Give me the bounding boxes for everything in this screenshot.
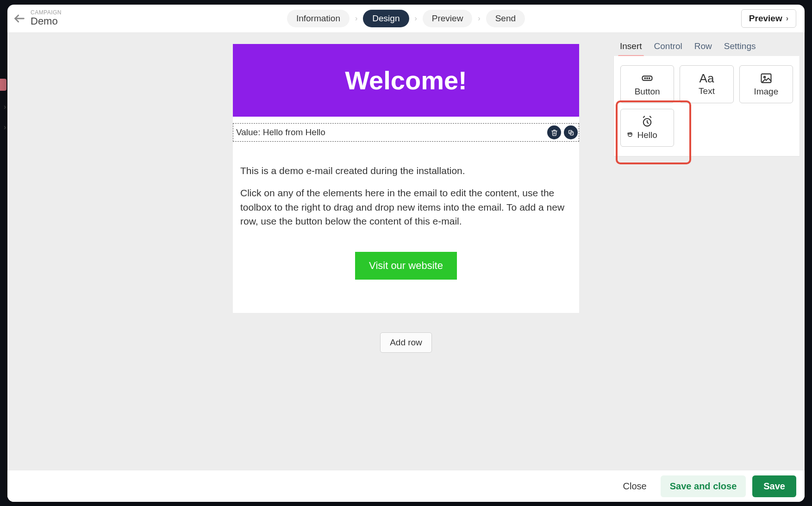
canvas-inner: Welcome! Value: Hello from Hello: [123, 44, 689, 372]
step-information[interactable]: Information: [287, 10, 350, 27]
add-row-button[interactable]: Add row: [380, 332, 432, 353]
email-hero-title: Welcome!: [237, 65, 575, 95]
panel-body: Button Aa Text Image Hello: [613, 56, 800, 156]
email-body: Welcome! Value: Hello from Hello: [233, 44, 579, 313]
topbar: CAMPAIGN Demo Information › Design › Pre…: [7, 5, 805, 33]
back-arrow-icon[interactable]: [13, 12, 26, 25]
delete-block-button[interactable]: [547, 125, 561, 139]
block-tile-label: Hello: [637, 130, 657, 140]
tab-control[interactable]: Control: [654, 41, 682, 56]
page-title: Demo: [31, 15, 62, 27]
close-button[interactable]: Close: [616, 476, 654, 496]
email-paragraph-2: Click on any of the elements here in the…: [240, 186, 572, 228]
block-tile-hello[interactable]: Hello: [620, 109, 674, 147]
add-row-wrap: Add row: [123, 313, 689, 372]
block-tile-button[interactable]: Button: [620, 65, 674, 103]
chevron-right-icon: ›: [475, 14, 483, 23]
panel-tabs: Insert Control Row Settings: [609, 33, 805, 56]
block-tile-text[interactable]: Aa Text: [680, 65, 733, 103]
grab-cursor-icon: [626, 130, 635, 139]
email-text-block[interactable]: This is a demo e-mail created during the…: [233, 142, 579, 242]
preview-button-label: Preview: [749, 13, 782, 24]
chevron-right-icon: ›: [786, 14, 788, 23]
red-side-marker: [0, 79, 6, 91]
chevron-right-icon[interactable]: ›: [4, 123, 6, 131]
block-grid: Button Aa Text Image Hello: [620, 65, 793, 147]
tab-insert[interactable]: Insert: [620, 41, 642, 56]
chevron-right-icon: ›: [352, 14, 360, 23]
svg-point-8: [764, 76, 766, 78]
svg-point-6: [649, 78, 650, 79]
editor-middle: Welcome! Value: Hello from Hello: [7, 33, 805, 470]
block-tile-label: Text: [699, 86, 715, 96]
chevron-right-icon[interactable]: ›: [4, 103, 6, 111]
selected-custom-block[interactable]: Value: Hello from Hello: [233, 123, 579, 142]
svg-point-5: [647, 78, 648, 79]
email-paragraph-1: This is a demo e-mail created during the…: [240, 164, 572, 178]
title-overline: CAMPAIGN: [31, 10, 62, 15]
backdrop: › › CAMPAIGN Demo Information › Design ›…: [0, 0, 812, 506]
preview-button[interactable]: Preview ›: [741, 9, 796, 28]
email-cta-wrap: Visit our website: [233, 242, 579, 313]
save-button[interactable]: Save: [752, 475, 796, 497]
wizard-steps: Information › Design › Preview › Send: [287, 10, 525, 27]
text-icon: Aa: [700, 72, 714, 84]
clock-icon: [641, 115, 654, 128]
copy-icon: [568, 129, 575, 136]
svg-point-4: [645, 78, 646, 79]
email-hero[interactable]: Welcome!: [233, 44, 579, 117]
button-icon: [641, 72, 654, 85]
step-send[interactable]: Send: [486, 10, 525, 27]
block-tile-label: Image: [754, 87, 778, 97]
footer: Close Save and close Save: [7, 470, 805, 502]
title-block: CAMPAIGN Demo: [31, 10, 62, 27]
tab-settings[interactable]: Settings: [724, 41, 756, 56]
step-design[interactable]: Design: [363, 10, 409, 27]
duplicate-block-button[interactable]: [564, 125, 578, 139]
modal-window: CAMPAIGN Demo Information › Design › Pre…: [7, 5, 805, 502]
trash-icon: [551, 129, 558, 136]
block-tile-image[interactable]: Image: [739, 65, 793, 103]
email-cta-button[interactable]: Visit our website: [355, 252, 457, 280]
step-preview[interactable]: Preview: [423, 10, 473, 27]
chevron-right-icon: ›: [412, 14, 419, 23]
tab-row[interactable]: Row: [694, 41, 712, 56]
save-and-close-button[interactable]: Save and close: [661, 475, 746, 497]
block-tile-label: Button: [635, 87, 660, 97]
custom-block-value: Value: Hello from Hello: [236, 125, 544, 140]
image-icon: [760, 72, 773, 85]
